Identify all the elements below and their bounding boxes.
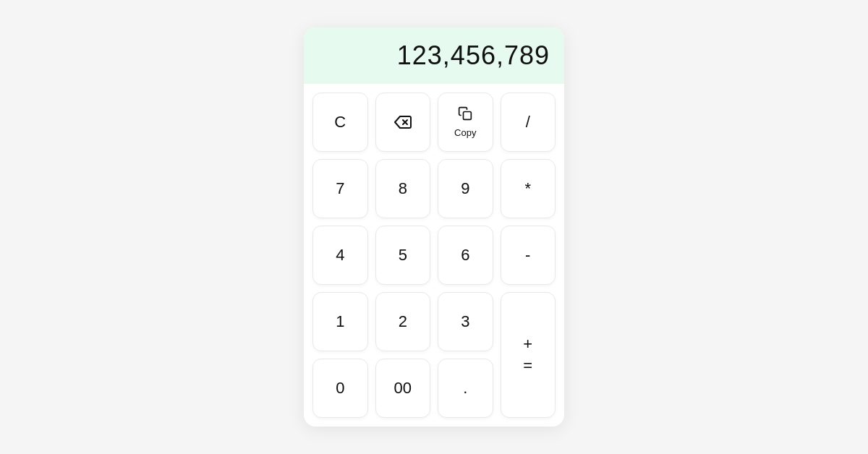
plus-equals-content: + = — [523, 335, 532, 375]
copy-button[interactable]: Copy — [438, 93, 493, 152]
five-button[interactable]: 5 — [375, 226, 431, 285]
plus-equals-button[interactable]: + = — [501, 292, 556, 418]
six-button[interactable]: 6 — [438, 226, 493, 285]
seven-button[interactable]: 7 — [312, 159, 368, 218]
zero-button[interactable]: 0 — [312, 359, 368, 418]
two-button[interactable]: 2 — [375, 292, 431, 351]
decimal-button[interactable]: . — [438, 359, 493, 418]
backspace-button[interactable] — [375, 93, 431, 152]
display: 123,456,789 — [304, 27, 564, 84]
subtract-button[interactable]: - — [501, 226, 556, 285]
button-grid: C Copy / 7 8 9 * 4 5 6 - — [304, 84, 564, 427]
copy-icon — [458, 106, 472, 124]
plus-label: + — [523, 335, 532, 354]
equals-label: = — [523, 356, 532, 375]
calculator: 123,456,789 C Copy / 7 8 9 * — [304, 27, 564, 427]
divide-button[interactable]: / — [501, 93, 556, 152]
svg-rect-2 — [464, 112, 472, 120]
clear-button[interactable]: C — [312, 93, 368, 152]
copy-label: Copy — [454, 127, 476, 138]
one-button[interactable]: 1 — [312, 292, 368, 351]
display-value: 123,456,789 — [397, 40, 550, 71]
four-button[interactable]: 4 — [312, 226, 368, 285]
backspace-icon — [394, 113, 412, 131]
eight-button[interactable]: 8 — [375, 159, 431, 218]
nine-button[interactable]: 9 — [438, 159, 493, 218]
multiply-button[interactable]: * — [501, 159, 556, 218]
double-zero-button[interactable]: 00 — [375, 359, 431, 418]
three-button[interactable]: 3 — [438, 292, 493, 351]
